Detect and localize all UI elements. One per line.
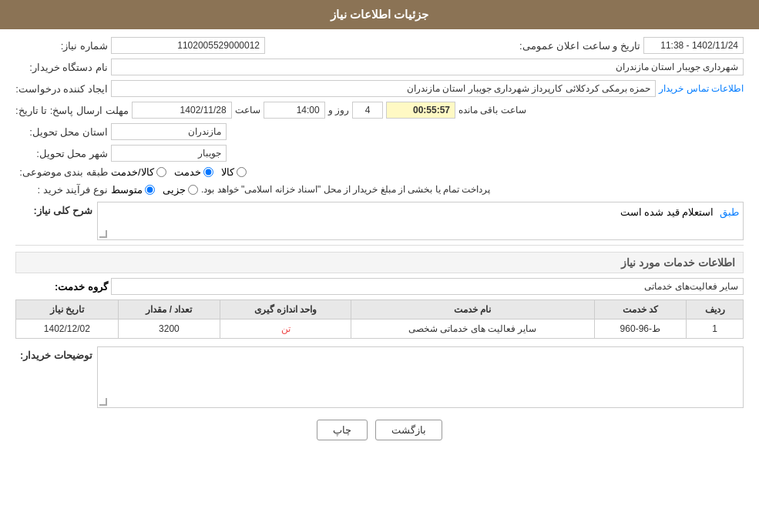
cell-tedad: 3200: [118, 320, 220, 339]
page-header: جزئیات اطلاعات نیاز: [0, 0, 759, 29]
noe-farayand-radio-group: متوسط جزیی: [111, 184, 198, 196]
cell-tarikh: 1402/12/02: [16, 320, 119, 339]
cell-vahed: تن: [220, 320, 351, 339]
row-shahr: شهر محل تحویل: جویبار: [15, 145, 744, 162]
kala-label: کالا: [221, 166, 234, 178]
col-radif: ردیف: [687, 300, 744, 320]
desc-resize-handle[interactable]: [99, 398, 107, 406]
page-title: جزئیات اطلاعات نیاز: [331, 8, 428, 21]
col-tedad: تعداد / مقدار: [118, 300, 220, 320]
jozii-label: جزیی: [163, 184, 186, 196]
print-button[interactable]: چاپ: [317, 420, 368, 440]
shahr-value: جویبار: [111, 145, 227, 162]
mohlat-label: مهلت ارسال پاسخ: تا تاریخ:: [15, 105, 129, 116]
radio-jozii[interactable]: جزیی: [163, 184, 198, 196]
rooz-label: روز و: [328, 105, 349, 115]
services-table: ردیف کد خدمت نام خدمت واحد اندازه گیری ت…: [15, 299, 744, 339]
col-naam: نام خدمت: [351, 300, 595, 320]
radio-kala-khedmat[interactable]: کالا/خدمت: [111, 166, 166, 178]
ostan-value: مازندران: [111, 123, 227, 140]
grooh-value: سایر فعالیت‌های خدماتی: [111, 278, 744, 295]
cell-naam: سایر فعالیت های خدماتی شخصی: [351, 320, 595, 339]
tarikh-saat-label: تاریخ و ساعت اعلان عمومی:: [519, 40, 640, 52]
tarikh-value: 1402/11/28: [132, 102, 232, 119]
shomara-value: 1102005529000012: [111, 37, 265, 54]
row-grooh: گروه خدمت: سایر فعالیت‌های خدماتی: [15, 278, 744, 295]
table-row: 1 ط-96-960 سایر فعالیت های خدماتی شخصی ت…: [16, 320, 744, 339]
footer-buttons: بازگشت چاپ: [15, 420, 744, 440]
row-naam-dastgah: نام دستگاه خریدار: شهرداری جویبار استان …: [15, 59, 744, 75]
ostan-label: استان محل تحویل:: [15, 126, 108, 138]
page-wrapper: جزئیات اطلاعات نیاز شماره نیاز: 11020055…: [0, 0, 759, 532]
col-kod: کد خدمت: [594, 300, 686, 320]
shomara-label: شماره نیاز:: [15, 40, 108, 52]
row-description: توضیحات خریدار:: [15, 346, 744, 408]
sharh-label: شرح کلی نیاز:: [15, 202, 92, 216]
description-label: توضیحات خریدار:: [15, 346, 92, 361]
services-section-title: اطلاعات خدمات مورد نیاز: [15, 252, 744, 273]
ijad-value: حمزه برمکی کردکلائی کارپرداز شهرداری جوی…: [111, 80, 656, 97]
rooz-value: 4: [352, 102, 383, 119]
row-ostan: استان محل تحویل: مازندران: [15, 123, 744, 140]
row-mohlat: مهلت ارسال پاسخ: تا تاریخ: 1402/11/28 سا…: [15, 102, 744, 119]
countdown-value: 00:55:57: [386, 102, 455, 119]
main-content: شماره نیاز: 1102005529000012 تاریخ و ساع…: [0, 29, 759, 460]
radio-motevaset[interactable]: متوسط: [111, 184, 155, 196]
tarikh-saat-value: 1402/11/24 - 11:38: [643, 37, 744, 54]
shahr-label: شهر محل تحویل:: [15, 148, 108, 159]
tabaqe-label: طبقه بندی موضوعی:: [15, 166, 108, 178]
saat-value: 14:00: [264, 102, 325, 119]
row-tabaqe: طبقه بندی موضوعی: کالا/خدمت خدمت کالا: [15, 166, 744, 178]
saat-baghi-label: ساعت باقی مانده: [458, 105, 526, 115]
grooh-label: گروه خدمت:: [15, 281, 108, 293]
khedmat-label: خدمت: [174, 166, 201, 178]
ettelaat-tamas-link[interactable]: اطلاعات تماس خریدار: [659, 83, 744, 94]
sharh-prefix: طبق: [720, 206, 739, 218]
description-box: [97, 346, 744, 408]
back-button[interactable]: بازگشت: [375, 420, 442, 440]
noe-farayand-text: پرداخت تمام یا بخشی از مبلغ خریدار از مح…: [201, 182, 490, 197]
divider-1: [15, 245, 744, 246]
row-noe-farayand: نوع فرآیند خرید : متوسط جزیی پرداخت تمام…: [15, 182, 744, 197]
noe-farayand-label: نوع فرآیند خرید :: [15, 184, 108, 196]
saat-label: ساعت: [235, 105, 260, 115]
radio-kala[interactable]: کالا: [221, 166, 247, 178]
row-shomara: شماره نیاز: 1102005529000012 تاریخ و ساع…: [15, 37, 744, 54]
sharh-box: طبق استعلام قید شده است: [97, 202, 744, 240]
sharh-value: استعلام قید شده است: [620, 206, 714, 218]
tabaqe-radio-group: کالا/خدمت خدمت کالا: [111, 166, 247, 178]
ijad-label: ایجاد کننده درخواست:: [15, 83, 108, 95]
cell-radif: 1: [687, 320, 744, 339]
col-tarikh: تاریخ نیاز: [16, 300, 119, 320]
col-vahed: واحد اندازه گیری: [220, 300, 351, 320]
row-sharh: شرح کلی نیاز: طبق استعلام قید شده است: [15, 202, 744, 240]
cell-kod: ط-96-960: [594, 320, 686, 339]
radio-khedmat[interactable]: خدمت: [174, 166, 213, 178]
naam-dastgah-value: شهرداری جویبار استان مازندران: [111, 59, 744, 75]
row-ijad: ایجاد کننده درخواست: حمزه برمکی کردکلائی…: [15, 80, 744, 97]
kala-khedmat-label: کالا/خدمت: [111, 166, 154, 178]
motevaset-label: متوسط: [111, 184, 143, 196]
naam-dastgah-label: نام دستگاه خریدار:: [15, 62, 108, 73]
resize-handle[interactable]: [99, 230, 107, 238]
table-header-row: ردیف کد خدمت نام خدمت واحد اندازه گیری ت…: [16, 300, 744, 320]
